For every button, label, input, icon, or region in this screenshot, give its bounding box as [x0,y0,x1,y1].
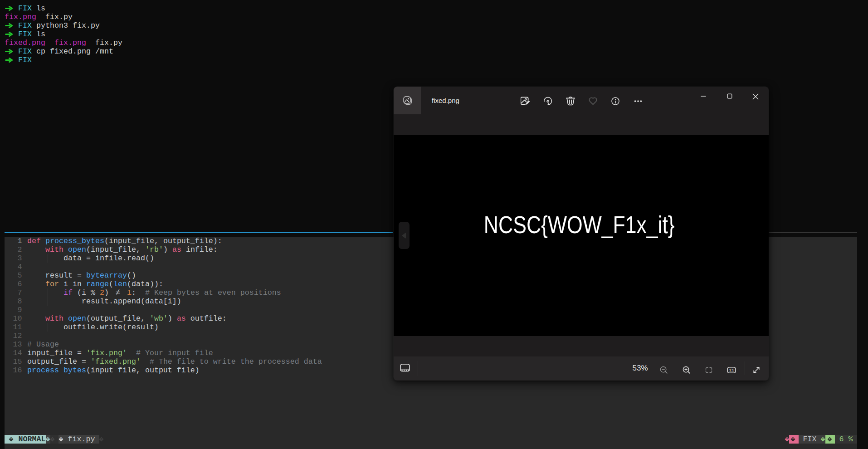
svg-text:1:1: 1:1 [729,368,734,371]
